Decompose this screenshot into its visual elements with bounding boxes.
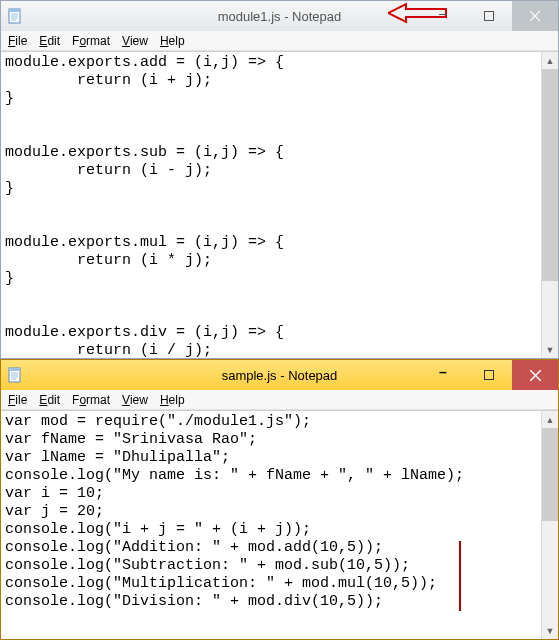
menubar: File Edit Format View Help: [1, 31, 558, 51]
text-area[interactable]: module.exports.add = (i,j) => { return (…: [1, 51, 558, 358]
close-button[interactable]: [512, 360, 558, 390]
vertical-scrollbar[interactable]: ▲ ▼: [541, 52, 558, 358]
scroll-up-icon[interactable]: ▲: [542, 411, 558, 428]
scroll-down-icon[interactable]: ▼: [542, 341, 558, 358]
notepad-window-sample: sample.js - Notepad – File Edit Format V…: [0, 359, 559, 640]
notepad-icon: [7, 8, 23, 24]
menu-format[interactable]: Format: [67, 33, 115, 49]
svg-rect-15: [485, 371, 494, 380]
menu-help[interactable]: Help: [155, 392, 190, 408]
minimize-button[interactable]: –: [420, 1, 466, 31]
svg-rect-6: [485, 12, 494, 21]
maximize-button[interactable]: [466, 360, 512, 390]
notepad-icon: [7, 367, 23, 383]
close-button[interactable]: [512, 1, 558, 31]
annotation-cursor-mark: [459, 541, 461, 611]
svg-rect-10: [9, 368, 20, 371]
text-area[interactable]: var mod = require("./module1.js"); var f…: [1, 410, 558, 639]
menu-view[interactable]: View: [117, 33, 153, 49]
menu-file[interactable]: File: [3, 392, 32, 408]
editor-content: var mod = require("./module1.js"); var f…: [1, 411, 558, 613]
menubar: File Edit Format View Help: [1, 390, 558, 410]
menu-help[interactable]: Help: [155, 33, 190, 49]
maximize-button[interactable]: [466, 1, 512, 31]
menu-view[interactable]: View: [117, 392, 153, 408]
titlebar[interactable]: module1.js - Notepad –: [1, 1, 558, 31]
scroll-track[interactable]: [542, 69, 558, 341]
menu-file[interactable]: File: [3, 33, 32, 49]
vertical-scrollbar[interactable]: ▲ ▼: [541, 411, 558, 639]
svg-rect-1: [9, 9, 20, 12]
titlebar[interactable]: sample.js - Notepad –: [1, 360, 558, 390]
menu-format[interactable]: Format: [67, 392, 115, 408]
minimize-button[interactable]: –: [420, 360, 466, 390]
scroll-down-icon[interactable]: ▼: [542, 622, 558, 639]
notepad-window-module1: module1.js - Notepad – File Edit Format …: [0, 0, 559, 359]
scroll-track[interactable]: [542, 428, 558, 622]
menu-edit[interactable]: Edit: [34, 33, 65, 49]
scroll-thumb[interactable]: [542, 428, 558, 521]
scroll-thumb[interactable]: [542, 69, 558, 281]
scroll-up-icon[interactable]: ▲: [542, 52, 558, 69]
editor-content: module.exports.add = (i,j) => { return (…: [1, 52, 558, 358]
menu-edit[interactable]: Edit: [34, 392, 65, 408]
